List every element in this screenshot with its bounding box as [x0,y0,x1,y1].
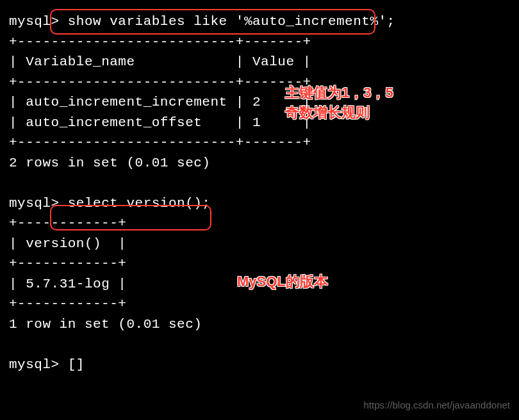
query-text: show variables like '%auto_increment%'; [68,14,395,29]
cell-value: 5.7.31-log [26,277,110,291]
table-border: +------------+ [9,216,126,230]
cell-value: 2 [252,95,261,109]
cell-value: auto_increment_increment [26,95,227,109]
table-border: +--------------------------+-------+ [9,35,311,49]
cell-value: auto_increment_offset [26,115,202,130]
terminal-output: mysql> show variables like '%auto_increm… [9,12,510,375]
mysql-prompt: mysql> [9,357,60,372]
table-border: +--------------------------+-------+ [9,135,311,150]
table-border: +------------+ [9,296,126,311]
mysql-prompt: mysql> [9,196,60,211]
mysql-prompt: mysql> [9,14,60,29]
watermark-text: https://blog.csdn.net/javaanddonet [363,398,510,413]
result-summary: 1 row in set (0.01 sec) [9,317,202,332]
cell-value: 1 [252,115,261,130]
column-header: Variable_name [26,54,135,69]
cursor-icon[interactable]: [] [68,357,85,372]
result-summary: 2 rows in set (0.01 sec) [9,156,210,170]
column-header: version() [26,236,101,251]
column-header: Value [252,54,295,69]
table-border: +--------------------------+-------+ [9,75,311,90]
query-text: select version(); [68,196,211,211]
table-border: +------------+ [9,256,126,271]
